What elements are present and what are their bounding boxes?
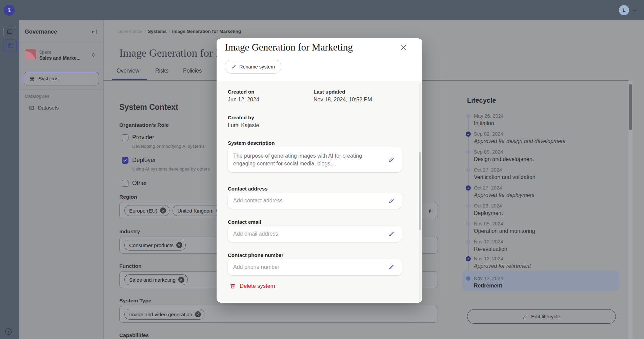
check-icon: [123, 158, 127, 162]
bars-icon: [426, 207, 435, 215]
tab-risks[interactable]: Risks: [155, 68, 168, 74]
created-on-label: Created on: [228, 89, 254, 95]
description-field[interactable]: The purpose of generating images with AI…: [228, 147, 402, 172]
sidebar-item-label: Datasets: [38, 105, 59, 111]
approved-check-dot: [466, 185, 471, 191]
divider: [19, 67, 103, 67]
stage-dot: [466, 168, 470, 172]
last-updated-value: Nov 18, 2024, 10:52 PM: [314, 97, 372, 103]
current-stage-dot: [466, 276, 470, 281]
remove-chip-icon[interactable]: [178, 277, 184, 283]
sidebar-item-datasets[interactable]: Datasets: [24, 102, 99, 114]
sidebar-item-label: Systems: [38, 76, 58, 82]
trash-icon: [229, 283, 236, 289]
contact-phone-field[interactable]: Add phone number: [228, 259, 402, 275]
system-type-input[interactable]: Image and video generation: [119, 306, 438, 323]
checkbox-description: Developing or modifying AI systems: [132, 144, 205, 149]
lifecycle-stage: Oct 29, 2024 Deployment: [461, 202, 619, 217]
app-root: L Governance: [0, 0, 644, 339]
lifecycle-stage: Nov 12, 2024 Re-evaluation: [461, 238, 619, 253]
edit-pencil-icon[interactable]: [388, 231, 395, 237]
lifecycle-stage: May 26, 2024 Initiation: [461, 113, 619, 127]
chevron-updown-icon: [90, 52, 97, 58]
bank-icon: [7, 42, 14, 49]
section-heading: System Context: [119, 103, 178, 112]
lifecycle-stage: Sep 09, 2024 Design and development: [461, 148, 619, 163]
edit-pencil-icon[interactable]: [388, 157, 395, 163]
systems-icon: [29, 76, 35, 82]
sidebar: Governance Space Sales and Marke... Syst…: [19, 20, 104, 339]
collapse-sidebar-icon[interactable]: [91, 28, 98, 35]
chip[interactable]: Europe (EU): [124, 205, 169, 216]
contact-address-label: Contact address: [228, 186, 268, 192]
field-label: System Type: [119, 298, 151, 304]
breadcrumb: Governance / Systems / Image Generation …: [118, 29, 241, 34]
edit-pencil-icon[interactable]: [388, 264, 395, 270]
chip[interactable]: Image and video generation: [124, 309, 204, 320]
checkbox-label[interactable]: Deployer: [132, 157, 156, 164]
space-logo: [25, 49, 36, 60]
description-label: System description: [228, 140, 275, 146]
lifecycle-current-stage: Nov 12, 2024 Retirement: [462, 271, 619, 291]
lifecycle-heading: Lifecycle: [467, 97, 496, 104]
field-label: Region: [119, 194, 137, 200]
remove-chip-icon[interactable]: [160, 207, 166, 214]
sidebar-title: Governance: [25, 28, 57, 35]
stage-dot: [466, 150, 470, 154]
checkbox-label[interactable]: Provider: [132, 134, 154, 141]
contact-email-label: Contact email: [228, 219, 261, 225]
lifecycle-stage: Sep 02, 2024 Approved for design and dev…: [461, 131, 619, 145]
created-on-value: Jun 12, 2024: [228, 97, 259, 103]
sidebar-item-systems[interactable]: Systems: [24, 72, 99, 85]
field-label: Industry: [119, 228, 140, 235]
page-scrollbar-thumb[interactable]: [629, 84, 632, 130]
edit-lifecycle-button[interactable]: Edit lifecycle: [467, 309, 616, 324]
created-by-value: Lumi Kajaste: [228, 122, 259, 128]
chip[interactable]: Consumer products: [124, 240, 186, 251]
governance-building-button[interactable]: [3, 39, 17, 52]
catalogues-section-label: Catalogues: [25, 94, 49, 99]
remove-chip-icon[interactable]: [195, 311, 201, 317]
checkbox-description: Using AI systems developed by others: [132, 166, 210, 172]
stage-dot: [466, 114, 470, 118]
chip[interactable]: Sales and marketing: [124, 274, 188, 285]
contact-email-field[interactable]: Add email address: [228, 226, 402, 242]
tab-policies[interactable]: Policies: [183, 68, 202, 74]
avatar[interactable]: L: [619, 5, 629, 15]
edit-pencil-icon[interactable]: [388, 198, 395, 204]
space-label: Space: [39, 50, 51, 55]
contact-phone-label: Contact phone number: [228, 252, 283, 258]
modal-body: Created on Jun 12, 2024 Last updated Nov…: [217, 81, 422, 303]
checkbox-other[interactable]: [122, 180, 128, 187]
checkbox-deployer[interactable]: [122, 157, 128, 164]
breadcrumb-current: Image Generation for Marketing: [172, 29, 241, 34]
checkbox-provider[interactable]: [122, 134, 128, 141]
delete-system-button[interactable]: Delete system: [229, 283, 275, 289]
approved-check-dot: [466, 256, 471, 261]
breadcrumb-governance[interactable]: Governance: [118, 29, 143, 34]
close-icon[interactable]: [399, 43, 408, 52]
remove-chip-icon[interactable]: [176, 242, 182, 248]
book-icon: [6, 28, 13, 35]
pencil-icon: [231, 64, 236, 69]
checkbox-label[interactable]: Other: [132, 180, 147, 187]
library-book-button[interactable]: [3, 26, 16, 38]
top-bar: L: [0, 0, 644, 20]
info-icon[interactable]: [4, 327, 13, 336]
modal-scrollbar-thumb[interactable]: [419, 152, 421, 230]
divider: [19, 42, 103, 42]
stage-dot: [466, 240, 470, 244]
lifecycle-stage: Oct 27, 2024 Approved for deployment: [461, 184, 619, 199]
contact-address-field[interactable]: Add contact address: [228, 193, 402, 209]
datasets-icon: [28, 105, 35, 111]
approved-check-dot: [466, 132, 471, 137]
rename-system-button[interactable]: Rename system: [225, 60, 281, 74]
chevron-down-icon[interactable]: [631, 7, 638, 14]
breadcrumb-systems[interactable]: Systems: [148, 29, 167, 34]
last-updated-label: Last updated: [314, 89, 345, 95]
app-logo-icon[interactable]: [4, 5, 15, 16]
icon-rail: [0, 20, 19, 339]
tab-overview[interactable]: Overview: [117, 68, 139, 74]
role-label: Organisation's Role: [119, 122, 169, 128]
pencil-icon: [523, 314, 528, 319]
